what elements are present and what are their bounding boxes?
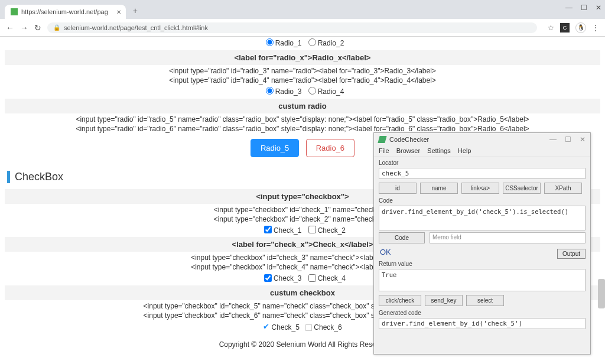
check-3[interactable] — [264, 274, 272, 282]
reload-icon[interactable]: ↻ — [34, 23, 41, 32]
btn-xpath[interactable]: XPath — [544, 183, 582, 194]
menu-icon[interactable]: ⋮ — [592, 24, 599, 32]
btn-id[interactable]: id — [379, 183, 417, 194]
close-icon[interactable]: ✕ — [116, 9, 121, 15]
btn-css[interactable]: CSSselector — [503, 183, 541, 194]
check-5-icon[interactable]: ✔ — [263, 322, 269, 331]
cc-menu: File Browser Settings Help — [374, 146, 590, 157]
new-tab-button[interactable]: + — [129, 6, 141, 15]
profile-icon[interactable]: 🐧 — [575, 22, 586, 33]
browser-titlebar: https://selenium-world.net/pag ✕ + — ☐ ✕ — [0, 0, 605, 19]
menu-browser[interactable]: Browser — [396, 147, 420, 154]
code-line: <input type="radio" id="radio_4" name="r… — [5, 76, 600, 85]
btn-output[interactable]: Output — [557, 249, 586, 259]
check-1[interactable] — [264, 226, 272, 233]
cc-maximize-icon[interactable]: ☐ — [565, 135, 571, 144]
cc-titlebar[interactable]: CodeChecker — ☐ ✕ — [374, 133, 590, 146]
code-label: Code — [379, 197, 586, 204]
forward-icon[interactable]: → — [20, 23, 28, 32]
radio-6-button[interactable]: Radio_6 — [306, 139, 354, 157]
locator-input[interactable]: check_5 — [379, 168, 586, 179]
browser-tab[interactable]: https://selenium-world.net/pag ✕ — [5, 5, 126, 19]
btn-select[interactable]: select — [466, 295, 504, 306]
btn-name[interactable]: name — [420, 183, 458, 194]
scrollbar-thumb[interactable] — [598, 279, 605, 308]
check-4-label[interactable]: Check_4 — [318, 274, 346, 282]
radio-1-label[interactable]: Radio_1 — [275, 39, 302, 47]
radio-4[interactable] — [308, 87, 316, 95]
menu-file[interactable]: File — [379, 147, 389, 154]
cc-minimize-icon[interactable]: — — [549, 135, 557, 144]
close-window-icon[interactable]: ✕ — [596, 4, 601, 12]
status-ok: OK — [379, 245, 392, 259]
code-line: <input type="radio" id="radio_5" name="r… — [5, 115, 600, 124]
btn-send-key[interactable]: send_key — [425, 295, 463, 306]
check-4[interactable] — [308, 274, 316, 282]
section-custom-radio: custum radio — [5, 99, 600, 113]
url-field[interactable]: 🔒 selenium-world.net/page/test_cntl_clic… — [47, 22, 537, 33]
check-2-label[interactable]: Check_2 — [318, 226, 346, 234]
codechecker-window: CodeChecker — ☐ ✕ File Browser Settings … — [373, 132, 591, 355]
radio-4-label[interactable]: Radio_4 — [318, 87, 344, 96]
star-icon[interactable]: ☆ — [548, 24, 554, 32]
section-label-radio: <label for="radio_x">Radio_x</label> — [5, 50, 600, 65]
url-text: selenium-world.net/page/test_cntl_click1… — [64, 24, 208, 31]
check-5-label[interactable]: Check_5 — [272, 323, 300, 332]
tab-favicon — [11, 8, 18, 15]
btn-click-check[interactable]: click/check — [379, 295, 421, 306]
radio-1[interactable] — [266, 38, 274, 46]
radio-2[interactable] — [308, 38, 316, 46]
cc-title-text: CodeChecker — [389, 136, 429, 143]
extension-icon[interactable]: C — [560, 23, 570, 32]
check-2[interactable] — [308, 226, 316, 233]
check-1-label[interactable]: Check_1 — [274, 226, 301, 234]
return-value[interactable]: True — [379, 269, 586, 291]
radio-3-label[interactable]: Radio_3 — [275, 87, 302, 96]
menu-help[interactable]: Help — [458, 147, 471, 154]
btn-link[interactable]: link<a> — [461, 183, 499, 194]
locator-label: Locator — [379, 160, 586, 166]
address-bar: ← → ↻ 🔒 selenium-world.net/page/test_cnt… — [0, 19, 605, 37]
check-6-icon[interactable] — [305, 324, 312, 331]
btn-code[interactable]: Code — [379, 232, 425, 243]
lock-icon: 🔒 — [53, 24, 60, 31]
generated-label: Generated code — [379, 310, 586, 316]
return-label: Return value — [379, 261, 586, 267]
radio-3[interactable] — [266, 87, 274, 95]
code-input[interactable]: driver.find_element_by_id('check_5').is_… — [379, 206, 586, 230]
tab-title: https://selenium-world.net/pag — [21, 8, 108, 15]
memo-field[interactable]: Memo field — [430, 232, 586, 243]
menu-settings[interactable]: Settings — [427, 147, 451, 154]
check-6-label[interactable]: Check_6 — [314, 323, 341, 332]
radio-5-button[interactable]: Radio_5 — [251, 139, 299, 157]
feather-icon — [378, 136, 386, 143]
window-controls: — ☐ ✕ — [565, 4, 601, 12]
minimize-icon[interactable]: — — [565, 4, 573, 12]
radio-2-label[interactable]: Radio_2 — [318, 39, 344, 47]
back-icon[interactable]: ← — [6, 23, 14, 32]
cc-close-icon[interactable]: ✕ — [580, 135, 586, 144]
check-3-label[interactable]: Check_3 — [274, 274, 301, 282]
code-line: <input type="radio" id="radio_3" name="r… — [5, 66, 600, 76]
maximize-icon[interactable]: ☐ — [581, 4, 587, 12]
generated-code[interactable]: driver.find_element_by_id('check_5') — [379, 318, 586, 329]
